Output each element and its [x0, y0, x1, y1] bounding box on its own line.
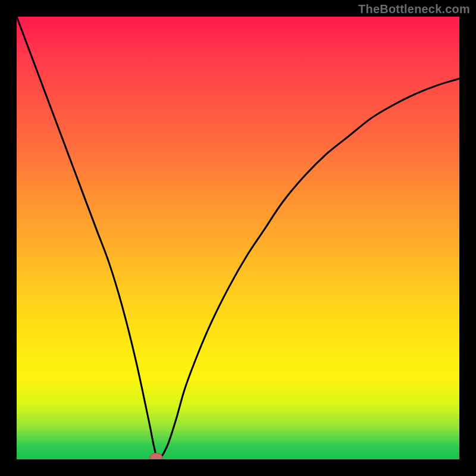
minimum-marker [150, 453, 162, 459]
bottleneck-curve-svg [17, 17, 459, 459]
plot-area [17, 17, 459, 459]
chart-frame: TheBottleneck.com [0, 0, 476, 476]
watermark-text: TheBottleneck.com [358, 2, 470, 16]
bottleneck-curve [17, 17, 459, 459]
